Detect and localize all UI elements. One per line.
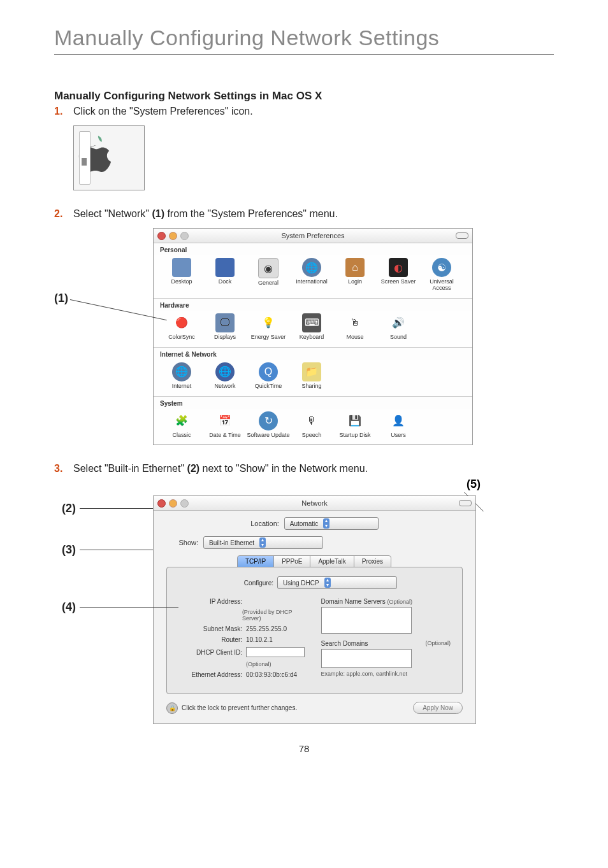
pref-keyboard[interactable]: ⌨Keyboard (290, 313, 333, 341)
page-title: Manually Configuring Network Settings (54, 25, 554, 50)
step-3-num: 3. (54, 461, 73, 476)
pref-mouse[interactable]: 🖱Mouse (333, 313, 377, 341)
toolbar-toggle[interactable] (456, 232, 468, 239)
callout-2-line (80, 508, 153, 509)
pref-dock[interactable]: Dock (203, 258, 247, 292)
syspref-window: System Preferences Personal Desktop Dock… (153, 228, 473, 445)
dock-icon (215, 258, 235, 277)
sharing-icon: 📁 (302, 362, 321, 381)
callout-2: (2) (62, 502, 76, 515)
section-personal-label: Personal (154, 243, 472, 255)
location-row: Location: Automatic ▴▾ (166, 517, 463, 530)
network-titlebar: Network (154, 496, 475, 511)
search-input[interactable] (321, 649, 412, 668)
configure-select[interactable]: Using DHCP ▴▾ (277, 576, 397, 589)
desktop-icon (172, 258, 191, 277)
colorsync-icon: 🔴 (172, 313, 191, 332)
internet-icon: 🌐 (172, 362, 191, 381)
subnet-label: Subnet Mask: (178, 625, 246, 632)
softwareupdate-icon: ↻ (259, 411, 278, 430)
configure-value: Using DHCP (283, 580, 319, 587)
show-select[interactable]: Built-in Ethernet ▴▾ (203, 536, 323, 549)
tab-pppoe[interactable]: PPPoE (273, 555, 310, 567)
tab-bar: TCP/IP PPPoE AppleTalk Proxies (166, 555, 463, 567)
tab-appletalk[interactable]: AppleTalk (310, 555, 354, 567)
section-personal: Desktop Dock ◉General 🌐International ⌂Lo… (154, 255, 472, 299)
ip-label: IP Address: (178, 598, 246, 605)
datetime-icon: 📅 (215, 411, 235, 430)
step-1: 1. Click on the "System Preferences" ico… (54, 104, 554, 119)
dns-input[interactable] (321, 607, 412, 634)
router-label: Router: (178, 636, 246, 643)
pref-desktop[interactable]: Desktop (160, 258, 203, 292)
step-1-num: 1. (54, 104, 73, 119)
tab-proxies[interactable]: Proxies (354, 555, 391, 567)
show-label: Show: (173, 539, 203, 546)
callout-3-line (80, 550, 153, 550)
tcpip-panel: Configure: Using DHCP ▴▾ IP Address: (Pr… (166, 567, 463, 694)
pref-general[interactable]: ◉General (247, 258, 290, 292)
pref-quicktime[interactable]: QQuickTime (247, 362, 290, 390)
international-icon: 🌐 (302, 258, 321, 277)
classic-icon: 🧩 (172, 411, 191, 430)
pref-sharing[interactable]: 📁Sharing (290, 362, 333, 390)
pref-softwareupdate[interactable]: ↻Software Update (247, 411, 290, 439)
step-2-num: 2. (54, 206, 73, 222)
pref-datetime[interactable]: 📅Date & Time (203, 411, 247, 439)
location-select[interactable]: Automatic ▴▾ (284, 517, 379, 530)
pref-energy[interactable]: 💡Energy Saver (247, 313, 290, 341)
network-figure: (5) (2) (3) (4) Network Location: Automa… (54, 495, 554, 724)
startup-icon: 💾 (345, 411, 365, 430)
syspref-figure: (1) System Preferences Personal Desktop … (54, 228, 554, 445)
section-system: 🧩Classic 📅Date & Time ↻Software Update 🎙… (154, 409, 472, 445)
select-arrows-icon: ▴▾ (259, 537, 266, 548)
callout-1: (1) (54, 292, 68, 305)
pref-sound[interactable]: 🔊Sound (377, 313, 420, 341)
pref-colorsync[interactable]: 🔴ColorSync (160, 313, 203, 341)
pref-speech[interactable]: 🎙Speech (290, 411, 333, 439)
screensaver-icon: ◐ (389, 258, 408, 277)
pref-startup[interactable]: 💾Startup Disk (333, 411, 377, 439)
pref-network[interactable]: 🌐Network (203, 362, 247, 390)
example-text: Example: apple.com, earthlink.net (321, 671, 451, 677)
network-window-title: Network (154, 499, 475, 507)
subnet-value: 255.255.255.0 (246, 625, 287, 632)
callout-4-line (80, 607, 178, 608)
section-internet: 🌐Internet 🌐Network QQuickTime 📁Sharing (154, 360, 472, 397)
dhcp-input[interactable] (246, 647, 305, 657)
login-icon: ⌂ (345, 258, 365, 277)
pref-login[interactable]: ⌂Login (333, 258, 377, 292)
displays-icon: 🖵 (215, 313, 235, 332)
dns-note: (Optional) (387, 599, 412, 605)
step-2-callout: (1) (152, 208, 164, 219)
section-hardware-label: Hardware (154, 299, 472, 311)
callout-4: (4) (62, 601, 76, 614)
pref-universal[interactable]: ☯Universal Access (420, 258, 463, 292)
tab-tcpip[interactable]: TCP/IP (237, 555, 274, 567)
callout-5: (5) (467, 478, 481, 491)
pref-classic[interactable]: 🧩Classic (160, 411, 203, 439)
step-3-text-a: Select "Built-in Ethernet" (73, 463, 187, 474)
step-3-callout: (2) (187, 463, 200, 474)
step-2: 2. Select "Network" (1) from the "System… (54, 206, 554, 222)
show-row: Show: Built-in Ethernet ▴▾ (173, 536, 463, 549)
callout-1-line (70, 299, 167, 320)
dhcp-note: (Optional) (246, 661, 271, 667)
pref-internet[interactable]: 🌐Internet (160, 362, 203, 390)
step-2-text: Select "Network" (1) from the "System Pr… (73, 206, 554, 222)
users-icon: 👤 (389, 411, 408, 430)
pref-displays[interactable]: 🖵Displays (203, 313, 247, 341)
dns-label: Domain Name Servers (321, 598, 386, 605)
syspref-window-title: System Preferences (154, 232, 472, 239)
eth-label: Ethernet Address: (178, 671, 246, 678)
apply-now-button[interactable]: Apply Now (413, 702, 463, 714)
mouse-icon: 🖱 (345, 313, 365, 332)
lock-icon[interactable]: 🔒 (166, 702, 178, 714)
energy-icon: 💡 (259, 313, 278, 332)
pref-screensaver[interactable]: ◐Screen Saver (377, 258, 420, 292)
toolbar-toggle[interactable] (459, 500, 472, 506)
general-icon: ◉ (258, 258, 279, 278)
pref-users[interactable]: 👤Users (377, 411, 420, 439)
pref-international[interactable]: 🌐International (290, 258, 333, 292)
search-label: Search Domains (321, 640, 368, 647)
